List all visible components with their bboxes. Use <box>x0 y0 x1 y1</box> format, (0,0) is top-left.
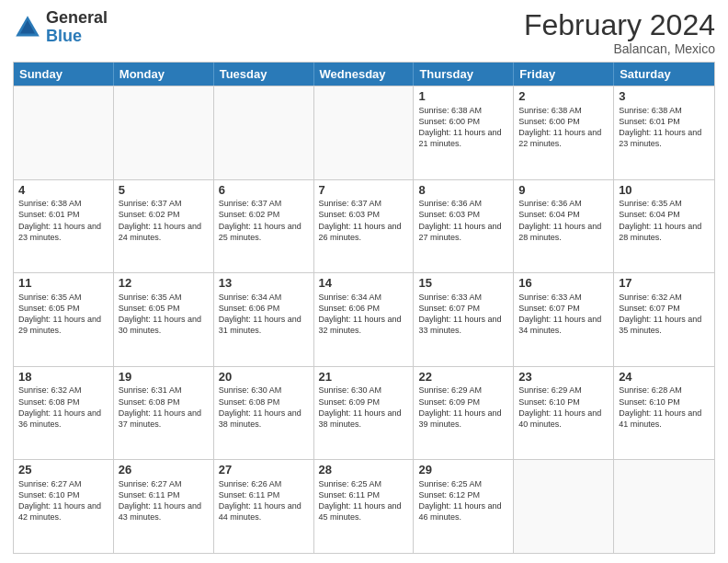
cal-day-number: 3 <box>619 89 710 104</box>
cal-cell: 23Sunrise: 6:29 AM Sunset: 6:10 PM Dayli… <box>514 367 614 460</box>
cal-day-info: Sunrise: 6:27 AM Sunset: 6:10 PM Dayligh… <box>18 478 108 523</box>
cal-header-sunday: Sunday <box>14 63 114 86</box>
cal-week-5: 25Sunrise: 6:27 AM Sunset: 6:10 PM Dayli… <box>14 459 714 553</box>
cal-cell: 11Sunrise: 6:35 AM Sunset: 6:05 PM Dayli… <box>14 273 114 366</box>
cal-day-number: 15 <box>418 276 508 291</box>
cal-day-info: Sunrise: 6:27 AM Sunset: 6:11 PM Dayligh… <box>119 478 209 523</box>
cal-cell: 26Sunrise: 6:27 AM Sunset: 6:11 PM Dayli… <box>114 460 214 553</box>
main-title: February 2024 <box>524 9 715 41</box>
cal-day-info: Sunrise: 6:32 AM Sunset: 6:08 PM Dayligh… <box>18 385 108 430</box>
cal-cell: 29Sunrise: 6:25 AM Sunset: 6:12 PM Dayli… <box>414 460 514 553</box>
cal-cell: 28Sunrise: 6:25 AM Sunset: 6:11 PM Dayli… <box>314 460 415 553</box>
cal-day-number: 21 <box>319 370 409 385</box>
cal-day-info: Sunrise: 6:32 AM Sunset: 6:07 PM Dayligh… <box>619 292 710 337</box>
cal-cell: 14Sunrise: 6:34 AM Sunset: 6:06 PM Dayli… <box>314 273 415 366</box>
cal-day-number: 4 <box>18 183 108 198</box>
cal-day-number: 24 <box>619 370 710 385</box>
cal-day-info: Sunrise: 6:37 AM Sunset: 6:03 PM Dayligh… <box>319 198 409 243</box>
calendar-body: 1Sunrise: 6:38 AM Sunset: 6:00 PM Daylig… <box>14 86 714 553</box>
cal-header-monday: Monday <box>114 63 214 86</box>
cal-day-number: 26 <box>119 463 209 477</box>
cal-day-number: 22 <box>418 370 508 385</box>
cal-day-number: 13 <box>219 276 309 291</box>
cal-day-number: 17 <box>619 276 710 291</box>
cal-day-info: Sunrise: 6:36 AM Sunset: 6:04 PM Dayligh… <box>518 198 609 243</box>
cal-day-info: Sunrise: 6:25 AM Sunset: 6:11 PM Dayligh… <box>319 478 409 523</box>
cal-day-info: Sunrise: 6:38 AM Sunset: 6:01 PM Dayligh… <box>18 198 108 243</box>
cal-day-number: 5 <box>119 183 209 198</box>
cal-day-info: Sunrise: 6:35 AM Sunset: 6:05 PM Dayligh… <box>18 292 108 337</box>
cal-day-number: 16 <box>518 276 609 291</box>
cal-day-number: 27 <box>219 463 309 477</box>
cal-cell: 16Sunrise: 6:33 AM Sunset: 6:07 PM Dayli… <box>514 273 614 366</box>
cal-day-number: 14 <box>319 276 409 291</box>
cal-header-saturday: Saturday <box>614 63 714 86</box>
cal-cell: 12Sunrise: 6:35 AM Sunset: 6:05 PM Dayli… <box>114 273 214 366</box>
cal-day-info: Sunrise: 6:37 AM Sunset: 6:02 PM Dayligh… <box>119 198 209 243</box>
cal-cell: 9Sunrise: 6:36 AM Sunset: 6:04 PM Daylig… <box>514 180 614 273</box>
cal-day-info: Sunrise: 6:35 AM Sunset: 6:04 PM Dayligh… <box>619 198 710 243</box>
logo-general-text: General <box>46 9 108 28</box>
subtitle: Balancan, Mexico <box>524 41 715 56</box>
cal-day-info: Sunrise: 6:34 AM Sunset: 6:06 PM Dayligh… <box>219 292 309 337</box>
cal-day-number: 20 <box>219 370 309 385</box>
cal-day-info: Sunrise: 6:30 AM Sunset: 6:08 PM Dayligh… <box>219 385 309 430</box>
cal-cell: 21Sunrise: 6:30 AM Sunset: 6:09 PM Dayli… <box>314 367 415 460</box>
cal-day-number: 12 <box>119 276 209 291</box>
calendar-header-row: SundayMondayTuesdayWednesdayThursdayFrid… <box>14 63 714 86</box>
logo-icon <box>13 13 42 42</box>
cal-cell: 1Sunrise: 6:38 AM Sunset: 6:00 PM Daylig… <box>414 86 514 179</box>
cal-week-4: 18Sunrise: 6:32 AM Sunset: 6:08 PM Dayli… <box>14 366 714 460</box>
title-block: February 2024 Balancan, Mexico <box>524 9 715 56</box>
cal-day-info: Sunrise: 6:35 AM Sunset: 6:05 PM Dayligh… <box>119 292 209 337</box>
cal-day-number: 10 <box>619 183 710 198</box>
cal-cell: 18Sunrise: 6:32 AM Sunset: 6:08 PM Dayli… <box>14 367 114 460</box>
cal-cell: 15Sunrise: 6:33 AM Sunset: 6:07 PM Dayli… <box>414 273 514 366</box>
cal-cell: 20Sunrise: 6:30 AM Sunset: 6:08 PM Dayli… <box>214 367 314 460</box>
cal-day-number: 19 <box>119 370 209 385</box>
cal-cell: 13Sunrise: 6:34 AM Sunset: 6:06 PM Dayli… <box>214 273 314 366</box>
cal-header-wednesday: Wednesday <box>314 63 415 86</box>
cal-day-info: Sunrise: 6:38 AM Sunset: 6:00 PM Dayligh… <box>518 105 609 150</box>
cal-cell <box>614 460 714 553</box>
logo: General Blue <box>13 9 108 46</box>
cal-header-friday: Friday <box>514 63 614 86</box>
cal-cell: 24Sunrise: 6:28 AM Sunset: 6:10 PM Dayli… <box>614 367 714 460</box>
cal-cell: 3Sunrise: 6:38 AM Sunset: 6:01 PM Daylig… <box>614 86 714 179</box>
cal-header-thursday: Thursday <box>414 63 514 86</box>
cal-day-number: 29 <box>418 463 508 477</box>
cal-cell <box>114 86 214 179</box>
cal-day-info: Sunrise: 6:38 AM Sunset: 6:01 PM Dayligh… <box>619 105 710 150</box>
cal-cell: 27Sunrise: 6:26 AM Sunset: 6:11 PM Dayli… <box>214 460 314 553</box>
cal-day-info: Sunrise: 6:33 AM Sunset: 6:07 PM Dayligh… <box>418 292 508 337</box>
cal-day-info: Sunrise: 6:25 AM Sunset: 6:12 PM Dayligh… <box>418 478 508 523</box>
logo-text: General Blue <box>46 9 108 46</box>
cal-cell: 5Sunrise: 6:37 AM Sunset: 6:02 PM Daylig… <box>114 180 214 273</box>
cal-cell <box>514 460 614 553</box>
cal-day-number: 28 <box>319 463 409 477</box>
cal-cell: 22Sunrise: 6:29 AM Sunset: 6:09 PM Dayli… <box>414 367 514 460</box>
cal-day-number: 1 <box>418 89 508 104</box>
page: General Blue February 2024 Balancan, Mex… <box>0 0 728 563</box>
cal-cell: 19Sunrise: 6:31 AM Sunset: 6:08 PM Dayli… <box>114 367 214 460</box>
cal-day-number: 7 <box>319 183 409 198</box>
cal-day-info: Sunrise: 6:29 AM Sunset: 6:09 PM Dayligh… <box>418 385 508 430</box>
cal-week-1: 1Sunrise: 6:38 AM Sunset: 6:00 PM Daylig… <box>14 86 714 179</box>
cal-day-info: Sunrise: 6:30 AM Sunset: 6:09 PM Dayligh… <box>319 385 409 430</box>
cal-day-number: 18 <box>18 370 108 385</box>
header: General Blue February 2024 Balancan, Mex… <box>13 9 715 56</box>
cal-day-number: 25 <box>18 463 108 477</box>
cal-day-number: 23 <box>518 370 609 385</box>
cal-day-info: Sunrise: 6:28 AM Sunset: 6:10 PM Dayligh… <box>619 385 710 430</box>
cal-day-number: 6 <box>219 183 309 198</box>
cal-day-info: Sunrise: 6:36 AM Sunset: 6:03 PM Dayligh… <box>418 198 508 243</box>
cal-day-number: 11 <box>18 276 108 291</box>
cal-day-info: Sunrise: 6:31 AM Sunset: 6:08 PM Dayligh… <box>119 385 209 430</box>
cal-week-3: 11Sunrise: 6:35 AM Sunset: 6:05 PM Dayli… <box>14 272 714 366</box>
cal-cell: 7Sunrise: 6:37 AM Sunset: 6:03 PM Daylig… <box>314 180 415 273</box>
cal-cell <box>214 86 314 179</box>
cal-day-info: Sunrise: 6:33 AM Sunset: 6:07 PM Dayligh… <box>518 292 609 337</box>
cal-day-info: Sunrise: 6:34 AM Sunset: 6:06 PM Dayligh… <box>319 292 409 337</box>
cal-day-info: Sunrise: 6:26 AM Sunset: 6:11 PM Dayligh… <box>219 478 309 523</box>
cal-cell <box>314 86 415 179</box>
